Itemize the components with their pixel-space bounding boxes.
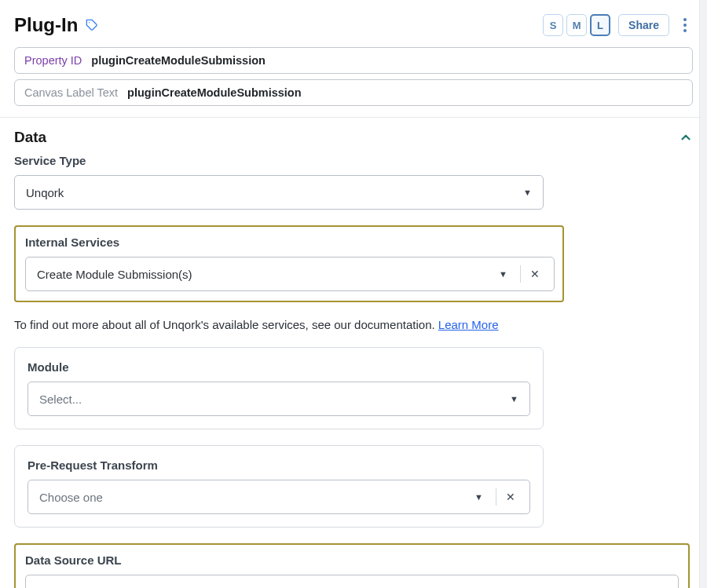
pre-request-placeholder: Choose one	[39, 491, 467, 504]
data-source-url-value: /fbu/uapi/modules/{{data.moduleId}}/subm…	[37, 586, 291, 589]
title-group: Plug-In	[14, 14, 98, 36]
select-divider	[520, 265, 521, 283]
chevron-up-icon[interactable]	[679, 130, 693, 144]
share-button[interactable]: Share	[618, 14, 669, 36]
data-source-url-label: Data Source URL	[25, 553, 679, 567]
size-small-button[interactable]: S	[543, 14, 563, 36]
canvas-label-text-value: pluginCreateModuleSubmission	[127, 86, 302, 99]
canvas-label-row[interactable]: Canvas Label Text pluginCreateModuleSubm…	[14, 79, 693, 106]
property-id-row[interactable]: Property ID pluginCreateModuleSubmission	[14, 47, 693, 74]
internal-services-label: Internal Services	[25, 236, 553, 249]
caret-down-icon[interactable]: ▼	[467, 492, 491, 502]
svg-point-3	[683, 29, 687, 32]
clear-icon[interactable]: ✕	[524, 268, 543, 280]
service-type-select[interactable]: Unqork ▼	[14, 175, 544, 210]
data-section-title: Data	[14, 129, 46, 146]
svg-point-1	[683, 18, 687, 21]
header-actions: S M L Share	[543, 14, 693, 36]
size-toggle-group: S M L	[543, 14, 610, 36]
service-type-block: Service Type Unqork ▼	[14, 154, 693, 210]
clear-icon[interactable]: ✕	[500, 491, 518, 503]
property-id-value: pluginCreateModuleSubmission	[91, 54, 266, 67]
size-medium-button[interactable]: M	[566, 14, 587, 36]
internal-services-value: Create Module Submission(s)	[37, 268, 491, 281]
right-scrollbar-gutter	[699, 0, 707, 588]
page-title: Plug-In	[14, 14, 78, 36]
svg-point-2	[683, 24, 687, 27]
pre-request-card: Pre-Request Transform Choose one ▼ ✕	[14, 445, 544, 528]
pre-request-select[interactable]: Choose one ▼ ✕	[27, 480, 530, 514]
services-info-text: To find out more about all of Unqork's a…	[14, 318, 693, 331]
header-bar: Plug-In S M L Share	[14, 14, 693, 36]
data-source-url-highlight: Data Source URL /fbu/uapi/modules/{{data…	[14, 543, 690, 588]
data-source-url-input[interactable]: /fbu/uapi/modules/{{data.moduleId}}/subm…	[25, 575, 679, 588]
learn-more-link[interactable]: Learn More	[438, 318, 499, 331]
module-placeholder: Select...	[39, 393, 82, 406]
internal-services-highlight: Internal Services Create Module Submissi…	[14, 225, 564, 302]
caret-down-icon: ▼	[510, 394, 518, 404]
tag-icon[interactable]	[86, 19, 98, 31]
canvas-label-text-label: Canvas Label Text	[24, 86, 118, 99]
service-type-label: Service Type	[14, 154, 693, 167]
select-divider	[496, 488, 496, 506]
caret-down-icon[interactable]: ▼	[491, 269, 515, 279]
internal-services-select[interactable]: Create Module Submission(s) ▼ ✕	[25, 257, 555, 291]
more-menu-button[interactable]	[677, 14, 693, 36]
pre-request-label: Pre-Request Transform	[27, 458, 530, 472]
property-id-label: Property ID	[24, 54, 82, 67]
module-card: Module Select... ▼	[14, 347, 544, 429]
service-type-value: Unqork	[26, 186, 64, 199]
size-large-button[interactable]: L	[590, 14, 610, 36]
module-select[interactable]: Select... ▼	[27, 382, 530, 416]
data-section-header[interactable]: Data	[14, 118, 693, 154]
module-label: Module	[27, 360, 530, 374]
caret-down-icon: ▼	[523, 188, 532, 197]
